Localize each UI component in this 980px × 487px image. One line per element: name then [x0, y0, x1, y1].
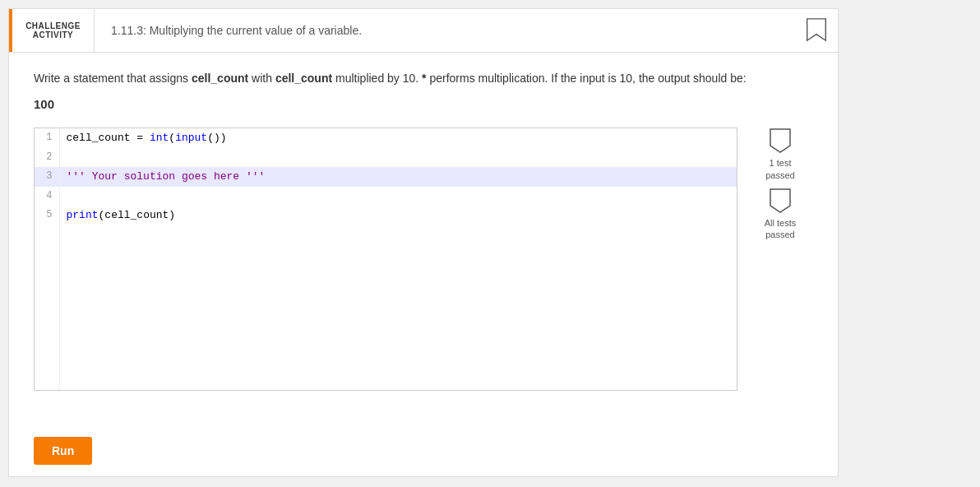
code-line-4: 4	[35, 187, 737, 206]
challenge-label-line2: ACTIVITY	[33, 30, 74, 39]
challenge-label: CHALLENGE ACTIVITY	[12, 9, 95, 52]
header-bar: CHALLENGE ACTIVITY 1.11.3: Multiplying t…	[9, 9, 838, 53]
output-sample: 100	[34, 97, 813, 111]
line-code-3: ''' Your solution goes here '''	[59, 167, 737, 187]
line-num-4: 4	[35, 187, 59, 206]
badge-all-label: All testspassed	[765, 217, 797, 241]
line-code-2	[59, 148, 737, 168]
line-num-2: 2	[35, 148, 59, 168]
line-num-3: 3	[35, 167, 59, 187]
line-num-1: 1	[35, 128, 59, 148]
code-line-5: 5 print(cell_count)	[35, 206, 737, 225]
code-editor[interactable]: 1 cell_count = int(input()) 2 3 ''' Your…	[34, 128, 737, 391]
bookmark-icon[interactable]	[805, 17, 828, 44]
badge-1-label: 1 testpassed	[765, 157, 794, 181]
description-text: Write a statement that assigns cell_coun…	[34, 69, 813, 87]
content-area: Write a statement that assigns cell_coun…	[9, 53, 838, 425]
badges-column: 1 testpassed All testspassed	[747, 128, 813, 240]
header-title: 1.11.3: Multiplying the current value of…	[95, 24, 805, 37]
code-line-2: 2	[35, 148, 737, 168]
line-code-empty	[59, 225, 737, 390]
badge-1-test-passed: 1 testpassed	[765, 128, 794, 181]
badge-all-tests-passed: All testspassed	[765, 188, 797, 241]
run-button-row: Run	[9, 425, 838, 476]
run-button[interactable]: Run	[34, 437, 92, 465]
code-line-empty	[35, 225, 737, 390]
main-panel: CHALLENGE ACTIVITY 1.11.3: Multiplying t…	[8, 8, 839, 477]
line-code-5: print(cell_count)	[59, 206, 737, 225]
editor-section: 1 cell_count = int(input()) 2 3 ''' Your…	[34, 128, 813, 391]
line-num-5: 5	[35, 206, 59, 225]
line-code-4	[59, 187, 737, 206]
code-table: 1 cell_count = int(input()) 2 3 ''' Your…	[35, 128, 737, 390]
code-line-3: 3 ''' Your solution goes here '''	[35, 167, 737, 187]
code-line-1: 1 cell_count = int(input())	[35, 128, 737, 148]
line-code-1: cell_count = int(input())	[59, 128, 737, 148]
challenge-label-line1: CHALLENGE	[25, 21, 81, 30]
line-num-empty	[35, 225, 59, 390]
